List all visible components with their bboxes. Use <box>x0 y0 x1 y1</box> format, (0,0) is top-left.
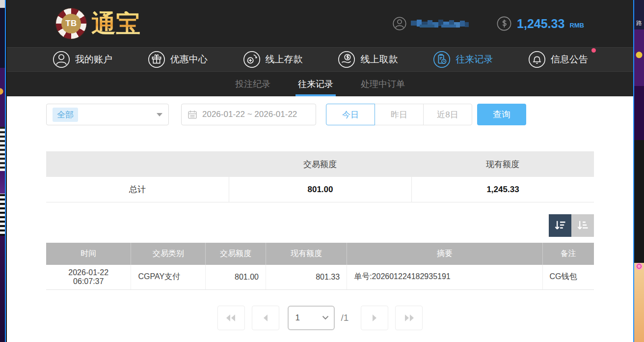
nav-label: 信息公告 <box>551 53 588 66</box>
balance-amount: 1,245.33 <box>517 17 564 31</box>
gift-icon <box>147 50 166 69</box>
nav-item-withdraw[interactable]: 线上取款 <box>337 50 398 69</box>
calendar-icon <box>188 110 197 119</box>
qr-code-fragment <box>0 127 5 171</box>
nav-label: 线上取款 <box>360 53 398 66</box>
quick-range-group: 今日 昨日 近8日 <box>326 104 472 125</box>
balance-display[interactable]: 1,245.33 RMB <box>496 16 584 31</box>
casino-chip-icon: TB <box>56 8 86 39</box>
summary-header-transaction: 交易额度 <box>229 159 411 170</box>
type-filter-select[interactable]: 全部 <box>46 104 169 125</box>
background-text: 路 <box>634 0 644 29</box>
cell-category: CGPAY支付 <box>131 265 206 289</box>
cell-time: 2026-01-22 06:07:37 <box>46 265 131 289</box>
first-page-button[interactable] <box>217 306 245 330</box>
balance-currency: RMB <box>569 22 584 29</box>
nav-label: 优惠中心 <box>170 53 208 66</box>
tab-pending-orders[interactable]: 处理中订单 <box>360 72 406 96</box>
caret-down-icon <box>157 113 162 116</box>
qr-code-fragment <box>0 194 5 236</box>
summary-header-balance: 现有额度 <box>411 159 594 170</box>
summary-balance-value: 1,245.33 <box>411 177 594 202</box>
summary-header-row: 交易额度 现有额度 <box>46 151 594 177</box>
cell-amount: 801.00 <box>206 265 266 289</box>
col-header-category: 交易类别 <box>131 243 206 265</box>
background-page-left-edge <box>0 0 6 342</box>
top-header: TB 通宝 <box>7 0 633 47</box>
summary-transaction-value: 801.00 <box>229 177 411 202</box>
cell-balance: 801.33 <box>266 265 347 289</box>
screen: 路 TB 通宝 <box>0 0 644 342</box>
brand-name: 通宝 <box>91 11 140 36</box>
records-icon <box>432 50 451 69</box>
filter-bar: 全部 2026-01-22 ~ 2026-01-22 今日 昨日 近8日 <box>46 103 594 126</box>
nav-label: 我的账户 <box>75 53 112 66</box>
chip-monogram: TB <box>61 14 81 33</box>
content-area: 全部 2026-01-22 ~ 2026-01-22 今日 昨日 近8日 <box>7 96 633 342</box>
summary-table: 交易额度 现有额度 总计 801.00 1,245.33 <box>46 151 594 202</box>
quick-range-today-button[interactable]: 今日 <box>326 104 375 125</box>
summary-total-label: 总计 <box>46 177 229 202</box>
prev-page-icon <box>262 314 269 322</box>
cell-summary: 单号:202601224182935191 <box>347 265 542 289</box>
quick-range-8days-button[interactable]: 近8日 <box>423 104 472 125</box>
transactions-table-header: 时间 交易类别 交易额度 现有额度 摘要 备注 <box>46 243 594 265</box>
page-total-label: /1 <box>341 313 349 323</box>
transactions-table: 时间 交易类别 交易额度 现有额度 摘要 备注 2026-01-22 06:07… <box>46 243 594 290</box>
nav-item-my-account[interactable]: 我的账户 <box>52 50 112 69</box>
dollar-coin-icon <box>496 16 512 31</box>
col-header-note: 备注 <box>542 243 594 265</box>
user-icon <box>52 50 71 69</box>
nav-label: 往来记录 <box>456 53 493 66</box>
first-page-icon <box>225 314 237 322</box>
page-select[interactable]: 1 <box>288 306 335 330</box>
col-header-amount: 交易额度 <box>206 243 266 265</box>
last-page-icon <box>403 314 415 322</box>
col-header-summary: 摘要 <box>347 243 542 265</box>
sort-desc-icon <box>553 219 567 232</box>
withdraw-icon <box>337 50 356 69</box>
sort-controls <box>46 214 594 237</box>
type-filter-selected-tag: 全部 <box>53 108 78 122</box>
tab-transaction-records[interactable]: 往来记录 <box>297 72 334 96</box>
date-range-value: 2026-01-22 ~ 2026-01-22 <box>202 110 297 119</box>
nav-label: 线上存款 <box>266 53 303 66</box>
main-window: TB 通宝 <box>7 0 633 342</box>
account-area: 1,245.33 RMB <box>392 16 584 31</box>
brand-logo[interactable]: TB 通宝 <box>56 8 140 39</box>
last-page-button[interactable] <box>395 306 423 330</box>
cell-note: CG钱包 <box>542 265 594 289</box>
quick-range-yesterday-button[interactable]: 昨日 <box>375 104 424 125</box>
next-page-icon <box>371 314 378 322</box>
col-header-balance: 现有额度 <box>266 243 347 265</box>
notification-dot <box>591 48 596 53</box>
bell-icon <box>528 50 546 69</box>
avatar-icon <box>392 16 407 31</box>
nav-item-deposit[interactable]: 线上存款 <box>242 50 303 69</box>
nav-item-announcements[interactable]: 信息公告 <box>528 50 588 69</box>
nav-item-transaction-records[interactable]: 往来记录 <box>432 50 493 69</box>
sort-asc-icon <box>576 219 590 232</box>
date-range-input[interactable]: 2026-01-22 ~ 2026-01-22 <box>181 104 316 125</box>
game-art-fragment <box>636 263 643 270</box>
sort-ascending-button[interactable] <box>571 214 594 237</box>
summary-total-row: 总计 801.00 1,245.33 <box>46 177 594 202</box>
main-nav: 我的账户 优惠中心 线上存款 <box>7 47 633 72</box>
nav-item-promotions[interactable]: 优惠中心 <box>147 50 208 69</box>
username-redacted <box>411 18 469 29</box>
background-page-right-edge: 路 <box>633 0 644 342</box>
logged-in-user[interactable] <box>392 16 469 31</box>
record-subtabs: 投注纪录 往来记录 处理中订单 <box>7 72 633 96</box>
tab-betting-records[interactable]: 投注纪录 <box>234 72 271 96</box>
col-header-time: 时间 <box>46 243 131 265</box>
prev-page-button[interactable] <box>252 306 279 330</box>
sort-descending-button[interactable] <box>549 214 571 237</box>
deposit-icon <box>242 50 261 69</box>
next-page-button[interactable] <box>361 306 388 330</box>
table-row: 2026-01-22 06:07:37 CGPAY支付 801.00 801.3… <box>46 265 594 289</box>
search-button[interactable]: 查询 <box>477 104 526 125</box>
pagination: 1 /1 <box>46 306 594 330</box>
